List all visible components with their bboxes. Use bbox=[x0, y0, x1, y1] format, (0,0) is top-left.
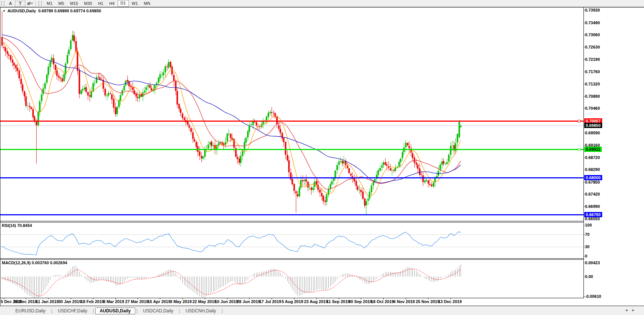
tab-separator: | bbox=[136, 308, 137, 314]
date-label: 6 Nov 2019 bbox=[393, 299, 415, 304]
tab-scroll-buttons: ◄► bbox=[625, 308, 639, 312]
chevron-down-icon: ▾ bbox=[31, 2, 33, 5]
tab-scroll-left-icon[interactable]: ◄ bbox=[625, 308, 632, 312]
top-toolbar: A T ⇄ ▾ M1M5M15M30H1H4D1W1MN bbox=[0, 0, 644, 7]
arrows-tool-button[interactable]: ⇄ ▾ bbox=[26, 0, 34, 6]
axis-tick-label: 100 bbox=[585, 223, 592, 228]
date-label: 3 May 2019 bbox=[170, 299, 192, 304]
tab-separator: | bbox=[51, 308, 52, 314]
symbol-tab-bar-tabs: EURUSD,Daily|USDCHF,Daily|AUDUSD,Daily|U… bbox=[10, 308, 223, 314]
timeframe-button-m1[interactable]: M1 bbox=[44, 0, 55, 6]
date-label: 28 Jun 2019 bbox=[237, 299, 260, 304]
tab-separator: | bbox=[222, 308, 223, 314]
date-label: 18 Oct 2019 bbox=[371, 299, 394, 304]
chart-window: ▼AUDUSD,Daily 0.69789 0.69890 0.69774 0.… bbox=[0, 7, 644, 306]
price-chart-pane: ▼AUDUSD,Daily 0.69789 0.69890 0.69774 0.… bbox=[0, 7, 583, 221]
axis-tick-label: 0.71320 bbox=[585, 82, 600, 87]
timeframe-button-m15[interactable]: M15 bbox=[67, 0, 81, 6]
current-price-tag: 0.69850 bbox=[584, 123, 602, 128]
symbol-tab-audusd[interactable]: AUDUSD,Daily bbox=[95, 308, 135, 314]
date-label: 23 Aug 2019 bbox=[304, 299, 328, 304]
axis-tick-label: 70 bbox=[585, 232, 589, 237]
axis-tick-label: 0.68290 bbox=[585, 167, 600, 172]
axis-tick-label: 0.00423 bbox=[585, 261, 600, 265]
date-label: 15 Apr 2019 bbox=[148, 299, 170, 304]
chart-symbol-label: AUDUSD,Daily bbox=[7, 9, 36, 13]
axis-tick-label: 0.72630 bbox=[585, 45, 600, 50]
chart-collapse-icon[interactable]: ▼ bbox=[3, 9, 6, 13]
date-label: 5 Aug 2019 bbox=[282, 299, 303, 304]
axis-tick-label: 0.67420 bbox=[585, 192, 600, 197]
date-label: 22 May 2019 bbox=[192, 299, 216, 304]
price-axis[interactable]: 0.739300.734900.730600.726300.721900.717… bbox=[583, 7, 644, 298]
axis-tick-label: 0.67850 bbox=[585, 180, 600, 185]
tab-separator: | bbox=[93, 308, 94, 314]
axis-tick-label: 0.73060 bbox=[585, 32, 600, 37]
symbol-tab-usdcad[interactable]: USDCAD,Daily bbox=[139, 308, 178, 314]
macd-pane: MACD(12,26,9) 0.003760 0.002694 bbox=[0, 260, 583, 298]
timeframe-button-h1[interactable]: H1 bbox=[95, 0, 106, 6]
axis-tick-label: 0 bbox=[585, 254, 587, 259]
date-label: 27 Mar 2019 bbox=[125, 299, 148, 304]
main-chart-canvas[interactable] bbox=[0, 7, 583, 221]
timeframe-buttons: M1M5M15M30H1H4D1W1MN bbox=[44, 0, 153, 7]
toolbar-grip-icon bbox=[38, 1, 42, 6]
timeframe-button-w1[interactable]: W1 bbox=[129, 0, 141, 6]
axis-tick-label: -0.00610 bbox=[585, 294, 601, 299]
label-tool-button[interactable]: T bbox=[15, 1, 25, 6]
symbol-tab-usdchf[interactable]: USDCHF,Daily bbox=[53, 308, 92, 314]
date-label: 24 Dec 2018 bbox=[13, 299, 37, 304]
axis-tick-label: 30 bbox=[585, 244, 589, 249]
date-label: 25 Nov 2019 bbox=[416, 299, 440, 304]
tab-scroll-right-icon[interactable]: ► bbox=[632, 308, 639, 312]
chart-title: ▼AUDUSD,Daily 0.69789 0.69890 0.69774 0.… bbox=[3, 9, 101, 13]
axis-tick-label: 0.73930 bbox=[585, 8, 600, 13]
date-label: 13 Dec 2019 bbox=[438, 299, 462, 304]
timeframe-button-mn[interactable]: MN bbox=[141, 0, 153, 6]
axis-tick-label: 0.66990 bbox=[585, 204, 600, 209]
timeframe-button-m5[interactable]: M5 bbox=[55, 0, 67, 6]
date-label: 8 Mar 2019 bbox=[103, 299, 124, 304]
macd-canvas[interactable] bbox=[0, 260, 583, 298]
axis-tick-label: 0.68720 bbox=[585, 155, 600, 160]
chart-ohlc-values: 0.69789 0.69890 0.69774 0.69850 bbox=[38, 9, 101, 13]
rsi-pane: RSI(14) 70.8454 bbox=[0, 222, 583, 258]
text-tool-button[interactable]: A bbox=[7, 0, 14, 6]
rsi-canvas[interactable] bbox=[0, 222, 583, 258]
toolbar-divider bbox=[35, 1, 36, 6]
timeframe-button-d1[interactable]: D1 bbox=[118, 0, 129, 7]
date-label: 10 Jun 2019 bbox=[215, 299, 238, 304]
level-price-tag: 0.68000 bbox=[584, 175, 602, 180]
axis-tick-label: 0.73490 bbox=[585, 21, 600, 25]
axis-tick-label: 0.70890 bbox=[585, 94, 600, 99]
timeframe-button-m30[interactable]: M30 bbox=[81, 0, 95, 6]
axis-tick-label: 0.70460 bbox=[585, 106, 600, 111]
date-label: 18 Feb 2019 bbox=[81, 299, 104, 304]
axis-tick-label: 0.69590 bbox=[585, 131, 600, 135]
arrows-icon: ⇄ bbox=[27, 1, 31, 6]
tab-separator: | bbox=[179, 308, 180, 314]
timeframe-button-h4[interactable]: H4 bbox=[106, 0, 117, 6]
date-label: 30 Jan 2019 bbox=[58, 299, 81, 304]
level-price-tag: 0.69011 bbox=[584, 147, 602, 152]
axis-tick-label: 0.00 bbox=[585, 274, 593, 279]
axis-tick-label: 0.71760 bbox=[585, 69, 600, 74]
symbol-tab-bar: EURUSD,Daily|USDCHF,Daily|AUDUSD,Daily|U… bbox=[0, 306, 644, 315]
date-label: 11 Sep 2019 bbox=[326, 299, 350, 304]
axis-tick-label: 0.72190 bbox=[585, 57, 600, 62]
date-label: 11 Jan 2019 bbox=[36, 299, 59, 304]
toolbar-grip-icon bbox=[1, 1, 4, 6]
date-label: 17 Jul 2019 bbox=[259, 299, 281, 304]
date-label: 30 Sep 2019 bbox=[349, 299, 372, 304]
macd-label: MACD(12,26,9) 0.003760 0.002694 bbox=[2, 261, 67, 265]
level-price-tag: 0.66700 bbox=[584, 212, 602, 217]
symbol-tab-usdcnh[interactable]: USDCNH,Daily bbox=[181, 308, 220, 314]
symbol-tab-eurusd[interactable]: EURUSD,Daily bbox=[11, 308, 50, 314]
date-axis[interactable]: 5 Dec 201824 Dec 201811 Jan 201930 Jan 2… bbox=[0, 298, 583, 306]
rsi-label: RSI(14) 70.8454 bbox=[2, 223, 32, 228]
